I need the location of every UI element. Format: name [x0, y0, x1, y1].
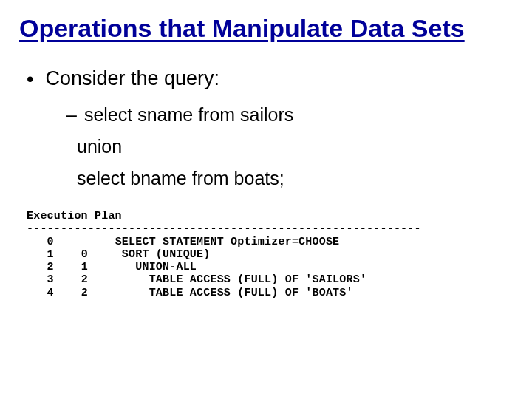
plan-row-id: 3: [47, 273, 54, 286]
plan-row-pid: 2: [81, 287, 88, 299]
plan-row-op: SORT (UNIQUE): [108, 248, 210, 261]
plan-row-op: UNION-ALL: [108, 261, 197, 273]
bullet-level2: – select sname from sailors: [66, 104, 513, 126]
bullet-dash-icon: –: [66, 104, 77, 126]
plan-row-pid: 1: [81, 261, 88, 273]
plan-header: Execution Plan: [27, 210, 122, 222]
query-line-3: select bname from boats;: [77, 168, 513, 189]
plan-row-pid: 2: [81, 273, 88, 286]
plan-separator: ----------------------------------------…: [27, 222, 421, 235]
plan-row-op: SELECT STATEMENT Optimizer=CHOOSE: [115, 236, 340, 248]
bullet-level1-text: Consider the query:: [45, 67, 219, 90]
plan-row-op: TABLE ACCESS (FULL) OF 'BOATS': [108, 287, 352, 299]
execution-plan: Execution Plan -------------------------…: [27, 210, 513, 299]
bullet-dot-icon: •: [27, 67, 33, 91]
query-line-2: union: [77, 136, 513, 157]
plan-row-pid: [95, 236, 101, 248]
plan-row-op: TABLE ACCESS (FULL) OF 'SAILORS': [108, 273, 366, 286]
plan-row-id: 0: [47, 236, 54, 248]
slide-title: Operations that Manipulate Data Sets: [19, 13, 513, 44]
bullet-level1: • Consider the query:: [27, 67, 513, 91]
plan-row-pid: 0: [81, 248, 88, 261]
plan-row-id: 2: [47, 261, 54, 273]
slide: Operations that Manipulate Data Sets • C…: [0, 0, 532, 399]
plan-row-id: 4: [47, 287, 54, 299]
query-line-1: select sname from sailors: [84, 104, 293, 126]
plan-row-id: 1: [47, 248, 54, 261]
